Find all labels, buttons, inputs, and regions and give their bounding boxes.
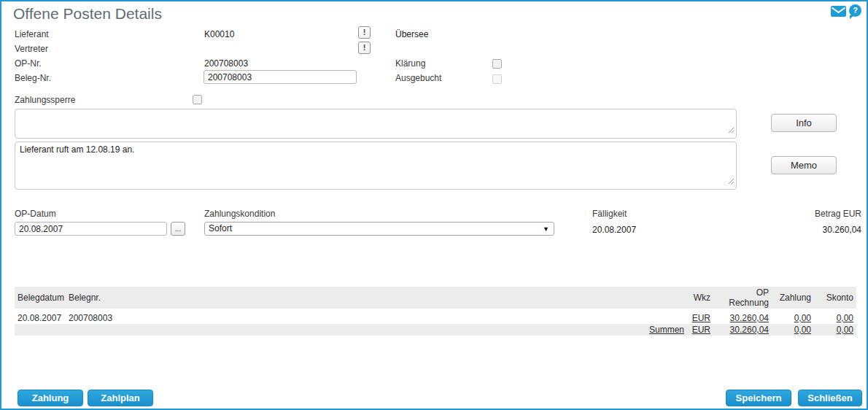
summen-skonto-link[interactable]: 0,00 [837, 325, 853, 335]
summen-link[interactable]: Summen [649, 325, 684, 335]
col-header-skonto: Skonto [814, 287, 856, 309]
memo-textarea[interactable]: Lieferant ruft am 12.08.19 an. [15, 142, 737, 190]
info-textarea[interactable] [15, 109, 737, 139]
lieferant-name-text: Übersee [395, 29, 428, 39]
op-items-table: Belegdatum Belegnr. Wkz OP Rechnung Zahl… [15, 287, 856, 336]
help-glyph: ? [853, 6, 858, 15]
op-nr-value: 200708003 [204, 58, 248, 69]
col-header-zahlung: Zahlung [772, 287, 814, 309]
summen-row: Summen EUR 30.260,04 0,00 0,00 [15, 324, 856, 336]
lieferant-lookup-button[interactable]: ! [358, 26, 371, 39]
zahlungskondition-label: Zahlungskondition [204, 209, 275, 219]
zahlplan-button[interactable]: Zahlplan [88, 390, 153, 406]
beleg-nr-label: Beleg-Nr. [15, 73, 51, 83]
col-header-spacer [643, 287, 687, 309]
klaerung-label: Klärung [395, 58, 425, 69]
col-header-wkz: Wkz [687, 287, 713, 309]
summen-op-rechnung-link[interactable]: 30.260,04 [730, 325, 769, 335]
row-op-rechnung-link[interactable]: 30.260,04 [730, 313, 769, 323]
zahlungskondition-select[interactable]: Sofort ▼ [204, 222, 554, 236]
op-datum-input[interactable] [15, 222, 167, 236]
cell-belegnr: 200708003 [66, 309, 643, 324]
resize-handle-icon[interactable] [728, 174, 735, 187]
memo-textarea-wrap: Lieferant ruft am 12.08.19 an. [15, 142, 737, 190]
schliessen-button[interactable]: Schließen [798, 390, 862, 406]
betrag-eur-value: 30.260,04 [823, 225, 861, 235]
klaerung-checkbox[interactable] [492, 59, 502, 69]
betrag-eur-label: Betrag EUR [815, 209, 861, 219]
op-datum-browse-button[interactable]: ... [171, 222, 185, 236]
summen-wkz-link[interactable]: EUR [692, 325, 710, 335]
page-title: Offene Posten Details [13, 5, 162, 23]
mail-icon[interactable] [831, 6, 846, 17]
ausgebucht-checkbox [492, 74, 502, 84]
info-textarea-wrap [15, 109, 737, 139]
zahlungssperre-checkbox[interactable] [193, 95, 202, 104]
lieferant-label: Lieferant [15, 29, 49, 39]
beleg-nr-input[interactable] [204, 70, 357, 84]
chevron-down-icon: ▼ [543, 223, 549, 236]
resize-handle-icon[interactable] [728, 123, 735, 136]
lieferant-value: K00010 [204, 29, 234, 39]
col-header-belegnr: Belegnr. [66, 287, 643, 309]
memo-button[interactable]: Memo [771, 156, 837, 174]
info-button[interactable]: Info [771, 114, 837, 132]
zahlungskondition-selected-value: Sofort [209, 223, 232, 233]
table-header-row: Belegdatum Belegnr. Wkz OP Rechnung Zahl… [15, 287, 856, 309]
vertreter-lookup-button[interactable]: ! [358, 42, 371, 54]
zahlungssperre-label: Zahlungssperre [15, 95, 75, 105]
op-nr-label: OP-Nr. [15, 58, 42, 69]
zahlung-button[interactable]: Zahlung [18, 390, 83, 406]
faelligkeit-label: Fälligkeit [592, 209, 627, 219]
row-zahlung-link[interactable]: 0,00 [794, 313, 811, 323]
vertreter-label: Vertreter [15, 44, 48, 54]
op-datum-label: OP-Datum [15, 209, 56, 219]
faelligkeit-value: 20.08.2007 [592, 225, 636, 235]
col-header-op-rechnung: OP Rechnung [713, 287, 772, 309]
summen-zahlung-link[interactable]: 0,00 [794, 325, 811, 335]
table-row: 20.08.2007 200708003 EUR 30.260,04 0,00 … [15, 309, 856, 324]
row-skonto-link[interactable]: 0,00 [837, 313, 853, 323]
speichern-button[interactable]: Speichern [726, 390, 791, 406]
col-header-belegdatum: Belegdatum [15, 287, 66, 309]
row-wkz-link[interactable]: EUR [692, 313, 710, 323]
help-icon[interactable]: ? [849, 4, 861, 17]
cell-belegdatum: 20.08.2007 [15, 309, 66, 324]
offene-posten-details-window: Offene Posten Details ? Lieferant K00010… [0, 0, 868, 410]
ausgebucht-label: Ausgebucht [395, 73, 441, 83]
